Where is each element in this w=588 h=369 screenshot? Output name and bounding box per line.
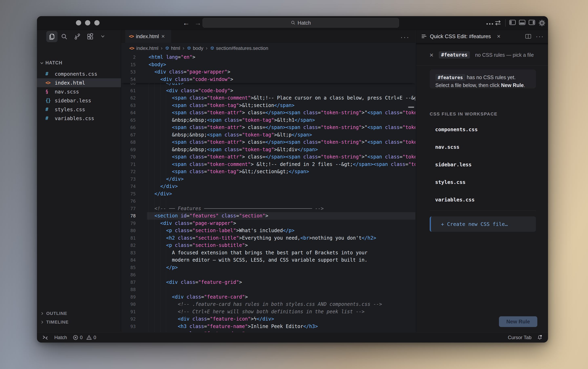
code-line-81[interactable]: 81 <h2 class="section-title">Everything … bbox=[121, 234, 415, 242]
code-line-69[interactable]: 69 &nbsp;&nbsp;<span class="token-tag">&… bbox=[121, 146, 415, 154]
problems-indicator[interactable]: 0 0 bbox=[73, 335, 96, 340]
breadcrumb-html[interactable]: html bbox=[165, 45, 180, 51]
minimize-traffic-light[interactable] bbox=[85, 20, 90, 25]
explorer-files-icon[interactable] bbox=[48, 33, 55, 40]
code-line-67[interactable]: 67 &nbsp;&nbsp;<span class="token-tag">&… bbox=[121, 131, 415, 139]
code-line-73[interactable]: 73 </div> bbox=[121, 175, 415, 183]
code-line-76[interactable]: 76 bbox=[121, 197, 415, 205]
code-line-88[interactable]: 88 bbox=[121, 286, 415, 293]
tab-index-html[interactable]: <> index.html × bbox=[125, 30, 172, 43]
code-line-74[interactable]: 74 </div> bbox=[121, 183, 415, 190]
zoom-traffic-light[interactable] bbox=[94, 20, 100, 25]
project-root-header[interactable]: HATCH bbox=[40, 60, 62, 66]
forward-arrow-icon[interactable]: → bbox=[195, 19, 201, 27]
code-line-84[interactable]: 84 modern editor — with SCSS, LESS, and … bbox=[121, 256, 415, 264]
timeline-section[interactable]: TIMELINE bbox=[37, 318, 121, 326]
search-activity-icon[interactable] bbox=[61, 33, 68, 40]
sync-arrows-icon[interactable] bbox=[495, 20, 501, 26]
breadcrumb-section[interactable]: section#features.section bbox=[210, 45, 268, 51]
panel-css-file-nav-scss[interactable]: nav.scss bbox=[416, 138, 548, 156]
line-number: 71 bbox=[121, 161, 136, 168]
code-line-85[interactable]: 85 </p> bbox=[121, 264, 415, 271]
toggle-right-sidebar-icon[interactable] bbox=[529, 20, 535, 25]
panel-css-file-sidebar-less[interactable]: sidebar.less bbox=[416, 156, 548, 174]
code-line-68[interactable]: 68 <span class="token-attr"> class=</spa… bbox=[121, 138, 415, 146]
create-css-file-button[interactable]: + Create new CSS file… bbox=[430, 216, 536, 232]
new-rule-button[interactable]: New Rule bbox=[499, 316, 537, 327]
split-editor-icon[interactable] bbox=[525, 34, 531, 39]
code-line-64[interactable]: 64 <span class="token-attr"> class=</spa… bbox=[121, 109, 415, 116]
status-host-label[interactable]: Hatch bbox=[54, 335, 67, 340]
panel-css-file-variables-css[interactable]: variables.css bbox=[416, 191, 548, 208]
activity-bar bbox=[37, 30, 121, 46]
code-line-60[interactable]: 60 </div> bbox=[121, 83, 415, 87]
panel-css-file-components-css[interactable]: components.css bbox=[416, 121, 548, 138]
file-item-index-html[interactable]: <>index.html bbox=[37, 78, 121, 87]
scrollbar-mark[interactable] bbox=[408, 107, 414, 108]
code-line-63[interactable]: 63 <span class="token-tag">&lt;section</… bbox=[121, 102, 415, 109]
file-item-nav-scss[interactable]: §nav.scss bbox=[37, 87, 121, 96]
file-item-components-css[interactable]: #components.css bbox=[37, 70, 121, 78]
code-line-78[interactable]: 78 <section id="features" class="section… bbox=[121, 212, 415, 220]
outline-section[interactable]: OUTLINE bbox=[37, 309, 121, 318]
code-line-87[interactable]: 87 <div class="feature-grid"> bbox=[121, 278, 415, 286]
extensions-icon[interactable] bbox=[87, 33, 94, 40]
source-control-icon[interactable] bbox=[74, 33, 81, 40]
back-arrow-icon[interactable]: ← bbox=[183, 19, 190, 27]
code-line-72[interactable]: 72 <span class="token-tag">&lt;/section&… bbox=[121, 168, 415, 175]
code-line-70[interactable]: 70 <span class="token-attr"> class=</spa… bbox=[121, 153, 415, 161]
close-traffic-light[interactable] bbox=[76, 20, 81, 25]
code-line-71[interactable]: 71 <span class="token-comment"> &lt;!-- … bbox=[121, 161, 415, 168]
file-name: components.css bbox=[55, 71, 97, 77]
line-content: <p class="section-subtitle"> bbox=[149, 242, 248, 248]
breadcrumb-body[interactable]: body bbox=[187, 45, 203, 51]
code-line-53[interactable]: 53 <div class="page-wrapper"> bbox=[121, 68, 415, 76]
file-item-variables-css[interactable]: #variables.css bbox=[37, 114, 121, 123]
code-line-79[interactable]: 79 <div class="page-wrapper"> bbox=[121, 220, 415, 227]
code-line-91[interactable]: 91 <!-- Ctrl+E here will show both defin… bbox=[121, 308, 415, 316]
code-line-54[interactable]: 54 <div class="code-window"> bbox=[121, 76, 415, 83]
breadcrumb-file[interactable]: index.html bbox=[136, 45, 158, 51]
panel-more-actions-icon[interactable]: ··· bbox=[536, 33, 544, 40]
code-line-92[interactable]: 92 <div class="feature-icon">ϟ</div> bbox=[121, 315, 415, 323]
code-line-77[interactable]: 77 <!-- ── Features ────────────────────… bbox=[121, 205, 415, 212]
remote-indicator-icon[interactable] bbox=[42, 335, 49, 340]
more-actions-icon[interactable] bbox=[486, 22, 494, 25]
cursor-tab-label[interactable]: Cursor Tab bbox=[508, 335, 531, 340]
toggle-bottom-panel-icon[interactable] bbox=[519, 20, 526, 25]
code-line-86[interactable]: 86 bbox=[121, 271, 415, 278]
code-line-2[interactable]: 2<html lang="en"> bbox=[121, 53, 415, 61]
clear-selector-icon[interactable]: × bbox=[430, 51, 433, 58]
line-number: 88 bbox=[121, 286, 136, 294]
panel-tab[interactable]: Quick CSS Edit: #features × bbox=[421, 30, 501, 43]
code-line-65[interactable]: 65 &nbsp;&nbsp;<span class="token-tag">&… bbox=[121, 116, 415, 124]
code-line-90[interactable]: 90 <!-- .feature-card has rules in both … bbox=[121, 301, 415, 308]
code-line-94[interactable]: 94 <p class="feature-desc"> bbox=[121, 330, 415, 332]
file-item-styles-css[interactable]: #styles.css bbox=[37, 105, 121, 114]
code-line-66[interactable]: 66 <span class="token-attr"> class=</spa… bbox=[121, 124, 415, 131]
html-file-icon: <> bbox=[129, 45, 134, 51]
sticky-scroll-lines[interactable]: 2<html lang="en">15<body>53 <div class="… bbox=[121, 53, 415, 83]
code-line-61[interactable]: 61 <div class="code-body"> bbox=[121, 87, 415, 94]
notifications-bell-icon[interactable] bbox=[537, 335, 543, 340]
command-search-input[interactable]: Hatch bbox=[203, 18, 399, 28]
toggle-left-sidebar-icon[interactable] bbox=[509, 20, 516, 25]
line-content: &nbsp;&nbsp;<span class="token-tag">&lt;… bbox=[149, 132, 312, 138]
panel-tab-close-icon[interactable]: × bbox=[497, 33, 501, 39]
code-line-75[interactable]: 75 </div> bbox=[121, 190, 415, 198]
chevron-down-icon[interactable] bbox=[100, 34, 106, 38]
code-line-15[interactable]: 15<body> bbox=[121, 61, 415, 68]
code-line-80[interactable]: 80 <p class="section-label">What's inclu… bbox=[121, 227, 415, 234]
panel-css-file-styles-css[interactable]: styles.css bbox=[416, 174, 548, 191]
code-line-83[interactable]: 83 A focused extension that brings the b… bbox=[121, 249, 415, 256]
code-line-82[interactable]: 82 <p class="section-subtitle"> bbox=[121, 242, 415, 249]
code-line-89[interactable]: 89 <div class="feature-card"> bbox=[121, 293, 415, 301]
tab-close-icon[interactable]: × bbox=[161, 33, 165, 39]
code-line-93[interactable]: 93 <h3 class="feature-name">Inline Peek … bbox=[121, 323, 415, 330]
editor-more-actions-icon[interactable]: ··· bbox=[400, 33, 410, 41]
code-line-62[interactable]: 62 <span class="token-comment">&lt;!-- P… bbox=[121, 94, 415, 102]
file-item-sidebar-less[interactable]: {}sidebar.less bbox=[37, 96, 121, 105]
code-viewport[interactable]: 60 </div>61 <div class="code-body">62 <s… bbox=[121, 83, 415, 332]
settings-gear-icon[interactable] bbox=[538, 19, 546, 27]
less-file-icon: {} bbox=[45, 98, 55, 103]
